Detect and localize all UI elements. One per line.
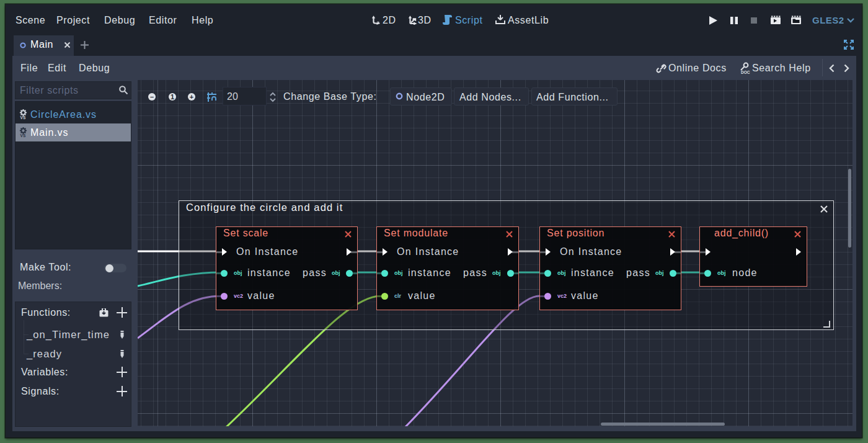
svg-text:DOC: DOC (741, 70, 750, 74)
svg-text:VS: VS (20, 115, 26, 119)
svg-text:VS: VS (20, 133, 26, 137)
